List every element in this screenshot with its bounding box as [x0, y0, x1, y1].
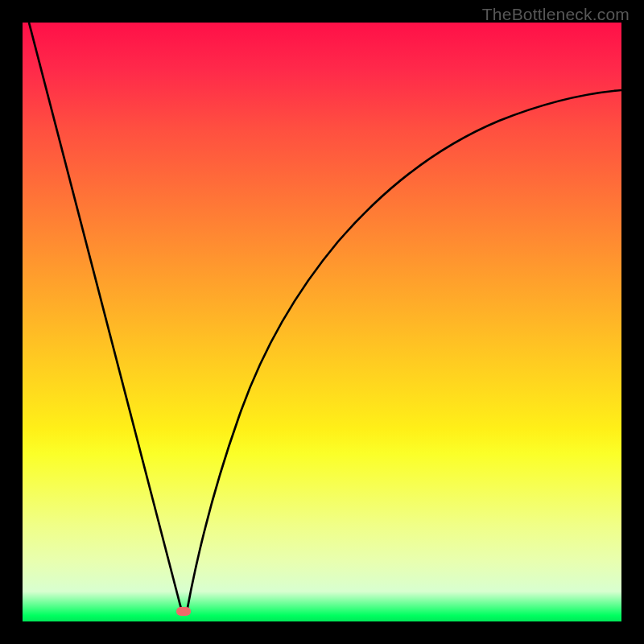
minimum-marker-icon	[176, 607, 191, 616]
gradient-plot-area	[23, 23, 621, 621]
watermark-text: TheBottleneck.com	[482, 5, 630, 24]
chart-frame: TheBottleneck.com	[0, 0, 644, 644]
